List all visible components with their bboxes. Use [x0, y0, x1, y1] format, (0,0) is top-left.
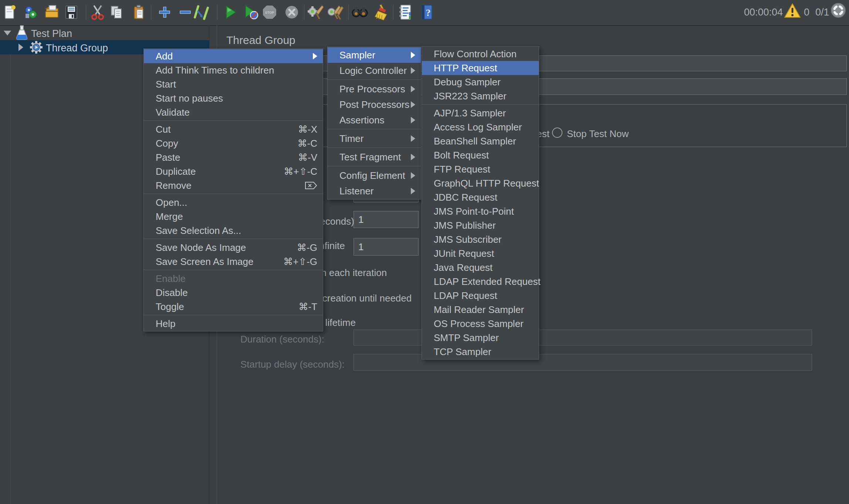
menu-item-label: JMS Publisher: [434, 220, 496, 231]
function-helper-icon[interactable]: [397, 3, 414, 21]
menu-item-enable: Enable: [144, 272, 323, 286]
submenu-arrow-icon: [313, 53, 317, 59]
menu-item-http-request[interactable]: HTTP Request: [422, 61, 539, 75]
menu-item-access-log-sampler[interactable]: Access Log Sampler: [422, 120, 539, 134]
rampup-field[interactable]: 1: [354, 211, 419, 228]
menu-item-logic-controller[interactable]: Logic Controller: [328, 63, 421, 78]
toolbar-separator: [348, 4, 349, 20]
start-no-pauses-icon[interactable]: [243, 3, 260, 21]
submenu-arrow-icon: [411, 52, 415, 58]
menu-item-os-process-sampler[interactable]: OS Process Sampler: [422, 317, 539, 331]
menu-item-junit-request[interactable]: JUnit Request: [422, 246, 539, 260]
toolbar-separator: [393, 4, 393, 20]
menu-item-timer[interactable]: Timer: [328, 131, 421, 146]
menu-item-assertions[interactable]: Assertions: [328, 112, 421, 128]
submenu-arrow-icon: [411, 154, 415, 160]
menu-item-help[interactable]: Help: [144, 317, 323, 331]
menu-shortcut: ⌘+⇧-G: [268, 256, 317, 268]
menu-item-merge[interactable]: Merge: [144, 210, 323, 224]
add-icon[interactable]: [156, 3, 173, 21]
menu-item-label: Start: [156, 79, 176, 90]
menu-item-jdbc-request[interactable]: JDBC Request: [422, 190, 539, 204]
cut-icon[interactable]: [89, 3, 106, 21]
toolbar-separator: [151, 4, 151, 20]
copy-icon[interactable]: [108, 3, 125, 21]
menu-item-graphql-http-request[interactable]: GraphQL HTTP Request: [422, 176, 539, 190]
help-icon[interactable]: ?: [418, 3, 435, 21]
menu-item-start-no-pauses[interactable]: Start no pauses: [144, 91, 323, 105]
menu-item-config-element[interactable]: Config Element: [328, 168, 421, 183]
search-reset-icon[interactable]: [371, 3, 388, 21]
menu-shortcut: ⌘-C: [283, 138, 317, 149]
menu-item-debug-sampler[interactable]: Debug Sampler: [422, 75, 539, 89]
menu-item-label: AJP/1.3 Sampler: [434, 108, 506, 119]
menu-item-paste[interactable]: Paste⌘-V: [144, 150, 323, 164]
clear-icon[interactable]: [307, 3, 324, 21]
radio-stop-test-now-label[interactable]: Stop Test Now: [567, 128, 629, 140]
menu-item-label: Post Processors: [339, 99, 409, 110]
menu-item-add[interactable]: Add: [144, 49, 323, 63]
menu-item-toggle[interactable]: Toggle⌘-T: [144, 300, 323, 314]
warning-icon[interactable]: [784, 1, 801, 20]
menu-shortcut: ⌘-X: [283, 124, 317, 135]
menu-item-save-selection-as-[interactable]: Save Selection As...: [144, 224, 323, 238]
tree-item-thread-group[interactable]: Thread Group: [46, 42, 108, 54]
menu-item-sampler[interactable]: Sampler: [328, 47, 421, 63]
menu-item-ftp-request[interactable]: FTP Request: [422, 162, 539, 176]
menu-item-beanshell-sampler[interactable]: BeanShell Sampler: [422, 134, 539, 148]
menu-item-jms-publisher[interactable]: JMS Publisher: [422, 218, 539, 232]
save-icon[interactable]: [63, 3, 80, 21]
radio-stop-test-now[interactable]: [552, 127, 562, 138]
open-icon[interactable]: [44, 3, 61, 21]
menu-item-jsr223-sampler[interactable]: JSR223 Sampler: [422, 89, 539, 103]
menu-item-cut[interactable]: Cut⌘-X: [144, 122, 323, 136]
paste-icon[interactable]: [131, 3, 148, 21]
menu-item-start[interactable]: Start: [144, 77, 323, 91]
loop-count-field[interactable]: 1: [354, 238, 419, 256]
menu-item-disable[interactable]: Disable: [144, 286, 323, 300]
menu-separator: [144, 270, 323, 270]
menu-item-add-think-times-to-children[interactable]: Add Think Times to children: [144, 63, 323, 77]
menu-item-label: Open...: [156, 197, 187, 208]
search-icon[interactable]: [351, 3, 368, 21]
menu-item-smtp-sampler[interactable]: SMTP Sampler: [422, 331, 539, 345]
tree-item-test-plan[interactable]: Test Plan: [31, 28, 72, 40]
menu-item-pre-processors[interactable]: Pre Processors: [328, 81, 421, 97]
menu-item-ldap-extended-request[interactable]: LDAP Extended Request: [422, 275, 539, 289]
menu-item-remove[interactable]: Remove: [144, 178, 323, 193]
menu-item-jms-subscriber[interactable]: JMS Subscriber: [422, 232, 539, 246]
menu-item-mail-reader-sampler[interactable]: Mail Reader Sampler: [422, 303, 539, 317]
sampler-submenu: Flow Control ActionHTTP RequestDebug Sam…: [422, 46, 539, 360]
menu-item-copy[interactable]: Copy⌘-C: [144, 136, 323, 150]
expander-down-icon[interactable]: [4, 31, 11, 35]
menu-item-bolt-request[interactable]: Bolt Request: [422, 148, 539, 162]
menu-item-duplicate[interactable]: Duplicate⌘+⇧-C: [144, 164, 323, 178]
menu-item-save-screen-as-image[interactable]: Save Screen As Image⌘+⇧-G: [144, 255, 323, 269]
clear-all-icon[interactable]: [327, 3, 344, 21]
submenu-arrow-icon: [411, 188, 415, 194]
menu-separator: [144, 315, 323, 315]
templates-icon[interactable]: [22, 3, 39, 21]
edit-arrows-icon[interactable]: [193, 3, 210, 21]
menu-item-listener[interactable]: Listener: [328, 183, 421, 199]
menu-item-validate[interactable]: Validate: [144, 105, 323, 119]
menu-item-flow-control-action[interactable]: Flow Control Action: [422, 47, 539, 61]
context-menu: AddAdd Think Times to childrenStartStart…: [143, 48, 323, 331]
menu-item-label: Remove: [156, 180, 192, 191]
menu-item-label: Logic Controller: [339, 65, 407, 76]
menu-item-open-[interactable]: Open...: [144, 195, 323, 210]
submenu-arrow-icon: [411, 172, 415, 179]
start-icon[interactable]: [222, 3, 239, 21]
menu-item-ldap-request[interactable]: LDAP Request: [422, 289, 539, 303]
menu-item-test-fragment[interactable]: Test Fragment: [328, 149, 421, 165]
menu-item-jms-point-to-point[interactable]: JMS Point-to-Point: [422, 204, 539, 218]
menu-item-tcp-sampler[interactable]: TCP Sampler: [422, 345, 539, 359]
menu-item-post-processors[interactable]: Post Processors: [328, 97, 421, 112]
remove-icon[interactable]: [177, 3, 194, 21]
menu-item-label: Timer: [339, 133, 363, 144]
menu-item-ajp-1-3-sampler[interactable]: AJP/1.3 Sampler: [422, 106, 539, 120]
menu-item-save-node-as-image[interactable]: Save Node As Image⌘-G: [144, 241, 323, 255]
expander-right-icon[interactable]: [18, 44, 23, 51]
menu-item-java-request[interactable]: Java Request: [422, 260, 539, 275]
new-file-icon[interactable]: [1, 3, 18, 21]
